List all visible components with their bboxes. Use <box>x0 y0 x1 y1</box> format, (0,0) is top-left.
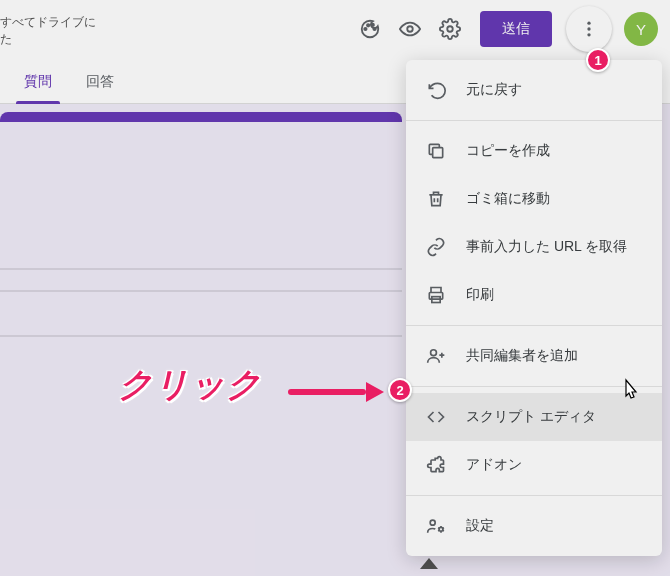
trash-icon <box>424 187 448 211</box>
copy-icon <box>424 139 448 163</box>
menu-item-label: アドオン <box>466 456 644 474</box>
svg-point-14 <box>439 527 443 531</box>
link-icon <box>424 235 448 259</box>
menu-item-add-collaborators[interactable]: 共同編集者を追加 <box>406 332 662 380</box>
more-menu: 元に戻す コピーを作成 ゴミ箱に移動 事前入力した URL を取得 印刷 共同編… <box>406 60 662 556</box>
form-accent-bar <box>0 112 402 122</box>
menu-item-copy[interactable]: コピーを作成 <box>406 127 662 175</box>
tab-responses[interactable]: 回答 <box>76 63 124 103</box>
tab-questions[interactable]: 質問 <box>14 63 62 103</box>
undo-icon <box>424 78 448 102</box>
add-user-icon <box>424 344 448 368</box>
annotation-badge-1: 1 <box>586 48 610 72</box>
divider <box>0 268 402 270</box>
drive-save-status: すべてドライブにた <box>0 10 96 48</box>
svg-rect-9 <box>433 148 443 158</box>
svg-point-7 <box>587 27 590 30</box>
svg-point-1 <box>366 24 368 26</box>
svg-point-3 <box>373 28 375 30</box>
print-icon <box>424 283 448 307</box>
top-bar: すべてドライブにた 送信 Y <box>0 0 670 58</box>
menu-item-label: 事前入力した URL を取得 <box>466 238 644 256</box>
menu-item-label: 元に戻す <box>466 81 644 99</box>
svg-point-6 <box>587 22 590 25</box>
svg-point-0 <box>364 28 366 30</box>
menu-item-label: スクリプト エディタ <box>466 408 644 426</box>
menu-item-print[interactable]: 印刷 <box>406 271 662 319</box>
svg-point-12 <box>431 350 437 356</box>
menu-item-label: 設定 <box>466 517 644 535</box>
svg-point-4 <box>407 26 413 32</box>
annotation-click-label: クリック <box>118 362 262 408</box>
avatar[interactable]: Y <box>624 12 658 46</box>
divider <box>0 335 402 337</box>
svg-point-13 <box>430 520 435 525</box>
menu-item-script-editor[interactable]: スクリプト エディタ <box>406 393 662 441</box>
svg-point-2 <box>371 24 373 26</box>
menu-item-label: 印刷 <box>466 286 644 304</box>
svg-point-8 <box>587 33 590 36</box>
menu-item-addons[interactable]: アドオン <box>406 441 662 489</box>
svg-point-5 <box>447 26 453 32</box>
section-marker-icon <box>420 558 438 569</box>
annotation-arrow <box>288 386 384 398</box>
divider <box>0 290 402 292</box>
menu-item-undo[interactable]: 元に戻す <box>406 66 662 114</box>
theme-icon[interactable] <box>350 9 390 49</box>
preview-icon[interactable] <box>390 9 430 49</box>
menu-item-label: ゴミ箱に移動 <box>466 190 644 208</box>
menu-item-trash[interactable]: ゴミ箱に移動 <box>406 175 662 223</box>
code-icon <box>424 405 448 429</box>
more-menu-button[interactable] <box>566 6 612 52</box>
send-button[interactable]: 送信 <box>480 11 553 47</box>
menu-item-settings[interactable]: 設定 <box>406 502 662 550</box>
puzzle-icon <box>424 453 448 477</box>
gear-icon[interactable] <box>430 9 470 49</box>
menu-item-prefill-url[interactable]: 事前入力した URL を取得 <box>406 223 662 271</box>
settings-people-icon <box>424 514 448 538</box>
annotation-badge-2: 2 <box>388 378 412 402</box>
menu-item-label: コピーを作成 <box>466 142 644 160</box>
menu-item-label: 共同編集者を追加 <box>466 347 644 365</box>
